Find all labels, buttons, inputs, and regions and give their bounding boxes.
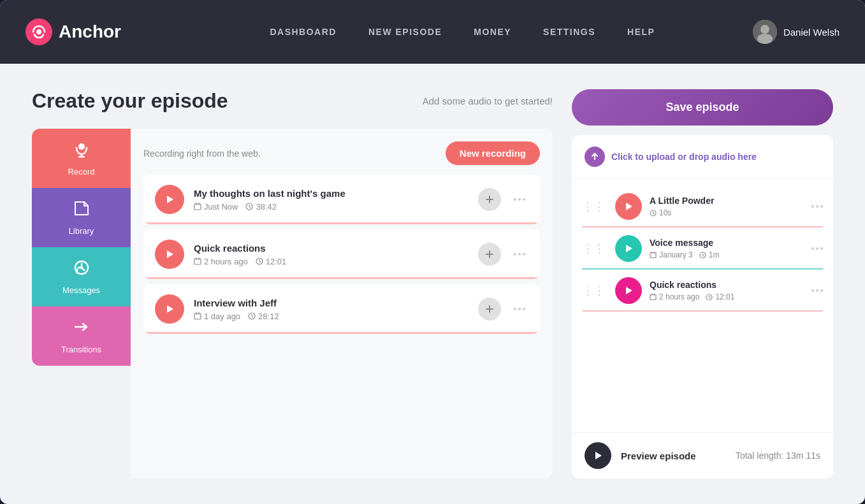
ep-name-e1: A Little Powder (650, 196, 804, 206)
recording-header: Recording right from the web. New record… (143, 141, 540, 165)
save-episode-button[interactable]: Save episode (572, 89, 833, 126)
drag-handle-e3[interactable]: ⋮⋮ (582, 284, 605, 298)
recording-meta-r3: 1 day ago 28:12 (194, 312, 469, 321)
recording-date-text-r1: Just Now (204, 202, 238, 212)
recording-list: Recording right from the web. New record… (131, 129, 553, 479)
table-row: Interview with Jeff 1 day ago 28:12 (143, 284, 540, 334)
sidebar-label-messages: Messages (62, 285, 100, 295)
svg-marker-31 (167, 305, 173, 313)
play-button-r1[interactable] (155, 185, 184, 214)
svg-point-0 (36, 29, 41, 34)
svg-rect-32 (194, 313, 201, 319)
svg-rect-46 (650, 252, 656, 257)
svg-line-51 (702, 255, 704, 256)
sidebar-tabs: Record Library (32, 129, 131, 479)
main-nav: DASHBOARD NEW EPISODE MONEY SETTINGS HEL… (172, 27, 753, 37)
upload-text[interactable]: Click to upload or drop audio here (611, 152, 757, 162)
nav-settings[interactable]: SETTINGS (543, 27, 595, 37)
sidebar-item-messages[interactable]: Messages (32, 247, 131, 306)
ep-duration-e1: 10s (650, 208, 671, 217)
sidebar-item-record[interactable]: Record (32, 129, 131, 188)
record-icon (73, 140, 91, 162)
new-recording-button[interactable]: New recording (446, 141, 540, 165)
ep-more-e2[interactable] (811, 247, 823, 250)
recording-info-r1: My thoughts on last night's game Just No… (194, 188, 469, 212)
recording-date-text-r2: 2 hours ago (204, 257, 248, 266)
recording-info-r3: Interview with Jeff 1 day ago 28:12 (194, 298, 469, 321)
logo-text: Anchor (59, 22, 121, 42)
ep-more-e1[interactable] (811, 205, 823, 208)
ep-name-e2: Voice message (650, 238, 804, 248)
drag-handle-e2[interactable]: ⋮⋮ (582, 241, 605, 256)
recording-name-r3: Interview with Jeff (194, 298, 469, 308)
content-area: Record Library (32, 129, 553, 479)
svg-line-44 (653, 213, 655, 214)
page-header: Create your episode Add some audio to ge… (32, 89, 553, 113)
recording-meta-r1: Just Now 38:42 (194, 202, 469, 212)
svg-marker-41 (626, 203, 632, 210)
ep-duration-text-e1: 10s (659, 208, 671, 217)
header: Anchor DASHBOARD NEW EPISODE MONEY SETTI… (0, 0, 865, 64)
svg-marker-59 (595, 452, 602, 459)
preview-play-button[interactable] (585, 442, 611, 469)
recording-info-r2: Quick reactions 2 hours ago 12:01 (194, 243, 469, 266)
ep-date-text-e2: January 3 (659, 250, 693, 259)
nav-help[interactable]: HELP (627, 27, 655, 37)
table-row: My thoughts on last night's game Just No… (143, 175, 540, 224)
ep-meta-e2: January 3 1m (650, 250, 804, 259)
more-button-r2[interactable] (511, 253, 528, 256)
play-button-r3[interactable] (155, 294, 184, 324)
avatar[interactable] (753, 20, 777, 44)
ep-play-button-e2[interactable] (615, 235, 642, 262)
drag-handle-e1[interactable]: ⋮⋮ (582, 199, 605, 213)
more-button-r1[interactable] (511, 198, 528, 201)
sidebar-item-library[interactable]: Library (32, 188, 131, 247)
recording-date-r3: 1 day ago (194, 312, 240, 321)
left-panel: Create your episode Add some audio to ge… (32, 89, 553, 479)
page-subtitle: Add some audio to get started! (423, 96, 553, 106)
library-icon (73, 199, 91, 221)
svg-rect-14 (194, 204, 201, 210)
svg-point-4 (78, 143, 85, 150)
recording-duration-text-r3: 28:12 (258, 312, 279, 321)
ep-info-e1: A Little Powder 10s (650, 196, 804, 217)
logo: Anchor (25, 18, 121, 45)
upload-icon (585, 147, 605, 167)
recording-meta-r2: 2 hours ago 12:01 (194, 257, 469, 266)
play-button-r2[interactable] (155, 240, 184, 269)
ep-meta-e1: 10s (650, 208, 804, 217)
svg-marker-13 (167, 196, 173, 203)
nav-new-episode[interactable]: NEW EPISODE (368, 27, 442, 37)
upload-area[interactable]: Click to upload or drop audio here (572, 135, 833, 179)
svg-rect-53 (650, 294, 656, 299)
more-button-r3[interactable] (511, 308, 528, 310)
ep-duration-e3: 12:01 (706, 292, 734, 301)
add-button-r1[interactable] (478, 188, 501, 211)
ep-name-e3: Quick reactions (650, 280, 804, 290)
recording-date-text-r3: 1 day ago (204, 312, 240, 321)
ep-play-button-e1[interactable] (615, 193, 642, 220)
add-button-r2[interactable] (478, 243, 501, 266)
add-button-r3[interactable] (478, 298, 501, 320)
svg-line-19 (249, 206, 251, 208)
ep-duration-text-e2: 1m (709, 250, 720, 259)
episode-panel: Click to upload or drop audio here ⋮⋮ A … (572, 135, 833, 479)
ep-info-e3: Quick reactions 2 hours ago 12:01 (650, 280, 804, 301)
nav-dashboard[interactable]: DASHBOARD (270, 27, 337, 37)
preview-label: Preview episode (621, 450, 696, 461)
svg-point-2 (760, 25, 769, 34)
ep-meta-e3: 2 hours ago 12:01 (650, 292, 804, 301)
recording-duration-text-r2: 12:01 (266, 257, 287, 266)
recording-duration-r1: 38:42 (245, 202, 277, 212)
sidebar-item-transitions[interactable]: Transitions (32, 306, 131, 366)
page-title: Create your episode (32, 89, 228, 113)
ep-more-e3[interactable] (811, 289, 823, 292)
recording-duration-r2: 12:01 (256, 257, 287, 266)
preview-bar: Preview episode Total length: 13m 11s (572, 432, 833, 479)
nav-money[interactable]: MONEY (474, 27, 511, 37)
recording-name-r2: Quick reactions (194, 243, 469, 254)
ep-play-button-e3[interactable] (615, 277, 642, 304)
recording-duration-text-r1: 38:42 (256, 202, 277, 212)
ep-date-e3: 2 hours ago (650, 292, 699, 301)
logo-icon (25, 18, 52, 45)
